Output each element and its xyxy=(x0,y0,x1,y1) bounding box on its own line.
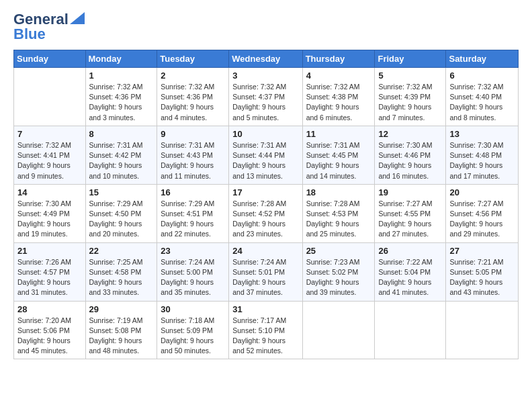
day-info: Sunrise: 7:19 AMSunset: 5:08 PMDaylight:… xyxy=(89,316,154,357)
day-info: Sunrise: 7:31 AMSunset: 4:45 PMDaylight:… xyxy=(306,140,371,181)
calendar-cell: 22Sunrise: 7:25 AMSunset: 4:58 PMDayligh… xyxy=(85,242,157,301)
calendar-cell: 24Sunrise: 7:24 AMSunset: 5:01 PMDayligh… xyxy=(229,242,302,301)
day-number: 2 xyxy=(161,71,225,81)
header: General Blue xyxy=(13,11,519,43)
week-row-2: 14Sunrise: 7:30 AMSunset: 4:49 PMDayligh… xyxy=(14,184,519,242)
calendar-cell: 11Sunrise: 7:31 AMSunset: 4:45 PMDayligh… xyxy=(302,126,375,184)
day-info: Sunrise: 7:31 AMSunset: 4:43 PMDaylight:… xyxy=(161,140,225,181)
calendar-cell xyxy=(302,301,375,359)
day-info: Sunrise: 7:17 AMSunset: 5:10 PMDaylight:… xyxy=(232,316,298,357)
day-info: Sunrise: 7:24 AMSunset: 5:01 PMDaylight:… xyxy=(232,257,298,298)
calendar-cell: 3Sunrise: 7:32 AMSunset: 4:37 PMDaylight… xyxy=(229,68,302,126)
weekday-header-wednesday: Wednesday xyxy=(229,50,302,68)
day-number: 16 xyxy=(161,187,225,197)
day-info: Sunrise: 7:32 AMSunset: 4:36 PMDaylight:… xyxy=(161,82,225,123)
calendar-cell: 17Sunrise: 7:28 AMSunset: 4:52 PMDayligh… xyxy=(229,184,302,242)
day-info: Sunrise: 7:27 AMSunset: 4:56 PMDaylight:… xyxy=(449,199,515,240)
day-info: Sunrise: 7:22 AMSunset: 5:04 PMDaylight:… xyxy=(378,257,442,298)
calendar-cell: 10Sunrise: 7:31 AMSunset: 4:44 PMDayligh… xyxy=(229,126,302,184)
day-info: Sunrise: 7:31 AMSunset: 4:42 PMDaylight:… xyxy=(89,140,154,181)
calendar-cell xyxy=(375,301,446,359)
day-number: 7 xyxy=(17,129,82,139)
day-info: Sunrise: 7:21 AMSunset: 5:05 PMDaylight:… xyxy=(449,257,515,298)
week-row-0: 1Sunrise: 7:32 AMSunset: 4:36 PMDaylight… xyxy=(14,68,519,126)
day-number: 30 xyxy=(161,304,225,314)
weekday-header-saturday: Saturday xyxy=(446,50,519,68)
day-info: Sunrise: 7:20 AMSunset: 5:06 PMDaylight:… xyxy=(17,316,82,357)
weekday-header-row: SundayMondayTuesdayWednesdayThursdayFrid… xyxy=(14,50,519,68)
calendar-cell: 31Sunrise: 7:17 AMSunset: 5:10 PMDayligh… xyxy=(229,301,302,359)
day-info: Sunrise: 7:28 AMSunset: 4:52 PMDaylight:… xyxy=(232,199,298,240)
calendar-cell: 12Sunrise: 7:30 AMSunset: 4:46 PMDayligh… xyxy=(375,126,446,184)
day-number: 31 xyxy=(232,304,298,314)
weekday-header-tuesday: Tuesday xyxy=(157,50,229,68)
calendar-cell: 28Sunrise: 7:20 AMSunset: 5:06 PMDayligh… xyxy=(14,301,86,359)
day-number: 29 xyxy=(89,304,154,314)
day-number: 24 xyxy=(232,246,298,256)
calendar-cell: 6Sunrise: 7:32 AMSunset: 4:40 PMDaylight… xyxy=(446,68,519,126)
week-row-4: 28Sunrise: 7:20 AMSunset: 5:06 PMDayligh… xyxy=(14,301,519,359)
day-number: 19 xyxy=(378,187,442,197)
day-info: Sunrise: 7:32 AMSunset: 4:37 PMDaylight:… xyxy=(232,82,298,123)
day-info: Sunrise: 7:29 AMSunset: 4:50 PMDaylight:… xyxy=(89,199,154,240)
day-info: Sunrise: 7:30 AMSunset: 4:46 PMDaylight:… xyxy=(378,140,442,181)
day-info: Sunrise: 7:32 AMSunset: 4:40 PMDaylight:… xyxy=(449,82,515,123)
day-info: Sunrise: 7:25 AMSunset: 4:58 PMDaylight:… xyxy=(89,257,154,298)
day-number: 6 xyxy=(449,71,515,81)
page: General Blue SundayMondayTuesdayWednesda… xyxy=(0,0,532,411)
day-number: 18 xyxy=(306,187,371,197)
day-info: Sunrise: 7:32 AMSunset: 4:39 PMDaylight:… xyxy=(378,82,442,123)
weekday-header-thursday: Thursday xyxy=(302,50,375,68)
day-number: 1 xyxy=(89,71,154,81)
calendar-cell: 21Sunrise: 7:26 AMSunset: 4:57 PMDayligh… xyxy=(14,242,86,301)
calendar-cell: 19Sunrise: 7:27 AMSunset: 4:55 PMDayligh… xyxy=(375,184,446,242)
calendar-cell: 9Sunrise: 7:31 AMSunset: 4:43 PMDaylight… xyxy=(157,126,229,184)
calendar-cell: 2Sunrise: 7:32 AMSunset: 4:36 PMDaylight… xyxy=(157,68,229,126)
logo-blue: Blue xyxy=(13,26,46,43)
calendar-cell: 26Sunrise: 7:22 AMSunset: 5:04 PMDayligh… xyxy=(375,242,446,301)
day-number: 17 xyxy=(232,187,298,197)
svg-marker-0 xyxy=(70,12,85,24)
weekday-header-friday: Friday xyxy=(375,50,446,68)
weekday-header-sunday: Sunday xyxy=(14,50,86,68)
calendar-table: SundayMondayTuesdayWednesdayThursdayFrid… xyxy=(13,50,519,359)
calendar-cell: 20Sunrise: 7:27 AMSunset: 4:56 PMDayligh… xyxy=(446,184,519,242)
day-number: 9 xyxy=(161,129,225,139)
logo: General Blue xyxy=(13,11,85,43)
calendar-cell: 29Sunrise: 7:19 AMSunset: 5:08 PMDayligh… xyxy=(85,301,157,359)
day-number: 5 xyxy=(378,71,442,81)
day-number: 13 xyxy=(449,129,515,139)
day-number: 4 xyxy=(306,71,371,81)
week-row-1: 7Sunrise: 7:32 AMSunset: 4:41 PMDaylight… xyxy=(14,126,519,184)
day-info: Sunrise: 7:26 AMSunset: 4:57 PMDaylight:… xyxy=(17,257,82,298)
calendar-cell: 13Sunrise: 7:30 AMSunset: 4:48 PMDayligh… xyxy=(446,126,519,184)
day-number: 28 xyxy=(17,304,82,314)
day-number: 25 xyxy=(306,246,371,256)
calendar-cell: 5Sunrise: 7:32 AMSunset: 4:39 PMDaylight… xyxy=(375,68,446,126)
logo-icon xyxy=(70,12,85,24)
day-number: 21 xyxy=(17,246,82,256)
day-number: 3 xyxy=(232,71,298,81)
day-info: Sunrise: 7:32 AMSunset: 4:41 PMDaylight:… xyxy=(17,140,82,181)
calendar-cell: 7Sunrise: 7:32 AMSunset: 4:41 PMDaylight… xyxy=(14,126,86,184)
day-info: Sunrise: 7:28 AMSunset: 4:53 PMDaylight:… xyxy=(306,199,371,240)
day-number: 27 xyxy=(449,246,515,256)
calendar-cell: 1Sunrise: 7:32 AMSunset: 4:36 PMDaylight… xyxy=(85,68,157,126)
weekday-header-monday: Monday xyxy=(85,50,157,68)
calendar-cell: 30Sunrise: 7:18 AMSunset: 5:09 PMDayligh… xyxy=(157,301,229,359)
day-number: 15 xyxy=(89,187,154,197)
day-info: Sunrise: 7:30 AMSunset: 4:48 PMDaylight:… xyxy=(449,140,515,181)
day-number: 23 xyxy=(161,246,225,256)
day-info: Sunrise: 7:23 AMSunset: 5:02 PMDaylight:… xyxy=(306,257,371,298)
day-info: Sunrise: 7:29 AMSunset: 4:51 PMDaylight:… xyxy=(161,199,225,240)
calendar-cell: 27Sunrise: 7:21 AMSunset: 5:05 PMDayligh… xyxy=(446,242,519,301)
day-number: 10 xyxy=(232,129,298,139)
calendar-cell: 8Sunrise: 7:31 AMSunset: 4:42 PMDaylight… xyxy=(85,126,157,184)
calendar-cell: 16Sunrise: 7:29 AMSunset: 4:51 PMDayligh… xyxy=(157,184,229,242)
day-info: Sunrise: 7:32 AMSunset: 4:38 PMDaylight:… xyxy=(306,82,371,123)
day-info: Sunrise: 7:27 AMSunset: 4:55 PMDaylight:… xyxy=(378,199,442,240)
day-info: Sunrise: 7:24 AMSunset: 5:00 PMDaylight:… xyxy=(161,257,225,298)
calendar-cell: 15Sunrise: 7:29 AMSunset: 4:50 PMDayligh… xyxy=(85,184,157,242)
day-number: 8 xyxy=(89,129,154,139)
calendar-cell: 23Sunrise: 7:24 AMSunset: 5:00 PMDayligh… xyxy=(157,242,229,301)
